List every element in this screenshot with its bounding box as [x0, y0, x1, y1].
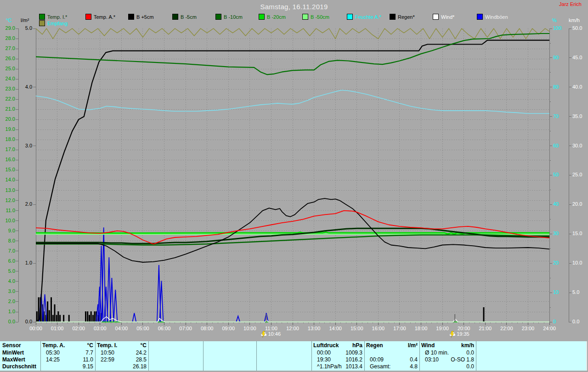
rain-axis-tick-label: 2.0	[25, 201, 32, 207]
humidity-axis-tick-label: 80	[553, 84, 559, 90]
stats-cell: hPa	[313, 342, 362, 349]
time-axis-tick-label: 10:00	[243, 326, 256, 331]
temp-axis-tick-label: 4.0	[8, 278, 15, 284]
wind-axis-tick-label: 25.0	[572, 172, 582, 177]
temp-axis-tick-label: 17.0	[6, 147, 15, 152]
stats-cell: km/h	[421, 342, 474, 349]
temp-axis-tick-label: 24.0	[6, 76, 15, 81]
temp-axis-tick-label: 15.0	[6, 167, 15, 172]
table-divider	[256, 341, 257, 371]
time-axis-tick-label: 08:00	[201, 326, 214, 331]
time-axis-tick-label: 07:00	[179, 326, 192, 331]
temp-axis-tick-label: 28.0	[6, 35, 15, 41]
stats-cell: 26.18	[97, 363, 147, 370]
table-divider	[364, 341, 365, 371]
rain-bar	[52, 315, 54, 322]
table-divider	[476, 341, 476, 371]
wind-gust-spike	[132, 313, 136, 322]
weather-app-window: Samstag, 16.11.2019 Jarz Erich °C l/m² %…	[0, 0, 588, 372]
humidity-axis-tick-label: 0	[553, 319, 556, 324]
rain-bar	[59, 315, 61, 322]
table-divider	[148, 341, 149, 371]
temp-axis-tick-label: 1.0	[8, 309, 15, 314]
wind-axis-tick-label: 15.0	[572, 231, 582, 236]
temp-axis-tick-label: 8.0	[8, 238, 15, 243]
temp-axis-tick-label: 20.0	[6, 116, 15, 122]
stats-cell: °C	[97, 342, 147, 349]
stats-cell: 28.5	[97, 356, 147, 363]
rain-axis-tick-label: 0.0	[25, 319, 32, 324]
time-axis-tick-label: 15:00	[351, 326, 363, 331]
wind-axis-tick-label: 0.0	[572, 319, 579, 324]
time-axis-tick-label: 24:00	[543, 326, 556, 331]
stats-cell: Sensor	[2, 342, 21, 349]
temp-axis-tick-label: 7.0	[8, 248, 15, 254]
chart-canvas: 0.01.02.03.04.05.06.07.08.09.010.011.012…	[0, 0, 588, 341]
temp-axis-tick-label: 10.0	[6, 218, 15, 223]
temp-axis-tick-label: 19.0	[6, 126, 15, 132]
time-axis-tick-label: 18:00	[415, 326, 428, 331]
wind-gust-spike	[113, 290, 117, 322]
temp-axis-tick-label: 26.0	[6, 56, 15, 61]
temp-axis-tick-label: 3.0	[8, 288, 15, 294]
rain-bar	[483, 307, 485, 322]
stats-cell: 0.4	[366, 356, 418, 363]
wind-gust-spike	[43, 294, 47, 322]
humidity-axis-tick-label: 60	[553, 143, 559, 148]
humidity-axis-tick-label: 70	[553, 113, 559, 119]
temp-axis-tick-label: 27.0	[6, 45, 15, 51]
stats-cell: 0.0	[421, 363, 474, 370]
rain-bar	[87, 311, 88, 322]
table-divider	[40, 341, 41, 371]
time-axis-tick-label: 21:00	[479, 326, 492, 331]
rain-bar	[92, 315, 94, 322]
stats-cell: Durchschnitt	[2, 363, 36, 370]
stats-cell: 7.7	[42, 349, 93, 356]
rain-bar	[63, 315, 64, 322]
time-axis-tick-label: 05:00	[136, 326, 149, 331]
temp-axis-tick-label: 5.0	[8, 268, 15, 274]
rain-axis-tick-label: 5.0	[25, 25, 32, 31]
time-axis-tick-label: 13:00	[308, 326, 321, 331]
humidity-axis-tick-label: 10	[553, 289, 559, 295]
time-axis-tick-label: 02:00	[72, 326, 85, 331]
table-divider	[95, 341, 96, 371]
temp-axis-tick-label: 16.0	[6, 157, 15, 162]
wind-axis-tick-label: 30.0	[572, 143, 582, 148]
table-divider	[311, 341, 312, 371]
stats-cell: 1016.2	[313, 356, 362, 363]
time-axis-tick-label: 14:00	[329, 326, 342, 331]
humidity-axis-tick-label: 40	[553, 201, 559, 207]
temp-axis-tick-label: 2.0	[8, 299, 15, 304]
humidity-axis-tick-label: 50	[553, 172, 559, 177]
rain-bar	[51, 297, 52, 322]
time-axis-tick-label: 06:00	[158, 326, 171, 331]
stats-cell: 1009.3	[313, 349, 362, 356]
rain-bar	[94, 311, 96, 322]
rain-bar	[54, 304, 56, 322]
temp-axis-tick-label: 22.0	[6, 96, 15, 101]
stats-cell: 4.8	[366, 363, 418, 370]
event-marker-time: 10:46	[268, 331, 281, 337]
time-axis-tick-label: 01:00	[51, 326, 64, 331]
wind-axis-tick-label: 35.0	[572, 113, 582, 119]
temp-axis-tick-label: 25.0	[6, 66, 15, 71]
stats-cell: MaxWert	[2, 356, 25, 363]
stats-cell: 11.0	[42, 356, 93, 363]
rain-bar	[89, 315, 90, 322]
wind-axis-tick-label: 20.0	[572, 201, 582, 207]
time-axis-tick-label: 11:00	[265, 326, 277, 331]
wind-axis-tick-label: 50.0	[572, 25, 582, 31]
rain-bar	[68, 315, 70, 322]
humidity-axis-tick-label: 30	[553, 231, 559, 236]
event-marker-time: 19:35	[457, 331, 469, 337]
rain-bar	[57, 311, 59, 322]
time-axis-tick-label: 16:00	[372, 326, 385, 331]
event-marker-icon	[261, 331, 266, 338]
temp-axis-tick-label: 14.0	[6, 177, 15, 182]
rain-bar	[47, 301, 48, 322]
wind-gust-spike	[236, 316, 240, 322]
time-axis-tick-label: 00:00	[29, 326, 42, 331]
temp-axis-tick-label: 11.0	[6, 208, 15, 213]
wind-axis-tick-label: 40.0	[572, 84, 582, 90]
